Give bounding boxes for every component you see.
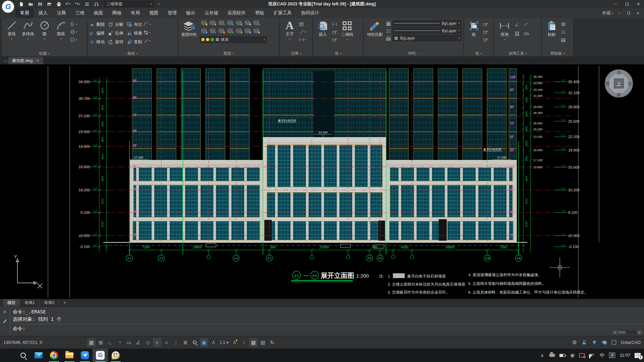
status-toggle-ortho[interactable]: ∟ (106, 338, 114, 347)
taskbar-app-paint[interactable] (108, 349, 123, 362)
save-as-icon[interactable] (46, 1, 53, 7)
status-toggle-annotation-scale[interactable]: 1:1 ▾ (219, 338, 229, 347)
status-toggle-hardware-acceleration[interactable]: ▩ (249, 338, 258, 347)
layout-tab-模型[interactable]: 模型 (3, 299, 19, 306)
taskbar-app-chrome[interactable] (46, 349, 62, 362)
modify-tool-9[interactable]: 复制 (127, 38, 142, 46)
status-toggle-grid-display[interactable]: ⊞ (97, 338, 105, 347)
group-button[interactable]: 组 (466, 19, 482, 50)
panel-label-layers[interactable]: 图层▾ (178, 50, 279, 56)
layer-unlock-icon[interactable] (211, 38, 214, 41)
taskbar-app-search[interactable] (15, 349, 31, 362)
command-edit-icon[interactable] (3, 319, 6, 323)
status-toggle-isometric-draft[interactable]: ∠ (134, 338, 143, 347)
insert-block-button[interactable]: 插入 (315, 19, 331, 50)
qr-code-button[interactable]: 二维码▾ (338, 19, 356, 50)
command-window[interactable]: ✕ 命令:_.ERASE 选择对象: 找到 1 个 命令: ◂ ▸ (0, 306, 644, 336)
status-toggle-dynamic-ucs[interactable]: ▭ (125, 338, 133, 347)
table-tool[interactable] (299, 21, 306, 27)
panel-label-clipboard[interactable]: 剪贴板▾ (542, 50, 573, 56)
layer-tool-icon-5[interactable] (235, 20, 242, 27)
layer-tool-icon-7[interactable] (253, 20, 260, 27)
notification-icon[interactable]: 1 (635, 353, 641, 358)
group-edit-tool[interactable] (483, 29, 488, 35)
color-select[interactable]: ByLayer▾ (392, 35, 462, 41)
ruler-tool[interactable] (524, 31, 532, 37)
layer-properties-button[interactable]: 图层特性 (180, 19, 198, 50)
menu-tab-9[interactable]: 管理 (163, 8, 181, 18)
modify-tool-6[interactable]: 旋转 (108, 38, 123, 46)
scroll-left-icon[interactable]: ◂ (612, 330, 618, 335)
status-toggle-quick-view[interactable]: ▣ (200, 338, 208, 347)
group-select-tool[interactable] (483, 37, 488, 43)
status-toggle-clean-screen[interactable]: ↻ (268, 338, 276, 347)
support-icon[interactable] (93, 1, 100, 7)
layer-tool-icon-11[interactable] (227, 28, 233, 35)
menu-tab-6[interactable]: 网格 (108, 8, 126, 18)
layout-tab-+[interactable]: + (59, 299, 70, 306)
status-toggle-annotation-autoscale[interactable]: Y (240, 338, 248, 347)
open-file-icon[interactable] (27, 1, 34, 7)
menu-tab-7[interactable]: 布局 (126, 8, 145, 18)
new-file-icon[interactable] (17, 1, 25, 7)
unlock-icon[interactable] (582, 340, 587, 345)
layer-tool-icon-12[interactable] (235, 28, 242, 35)
modify-tool-8[interactable]: 镜像 (127, 29, 142, 38)
workspace-select[interactable]: 二维草图▾ (104, 1, 154, 7)
menu-tab-5[interactable]: 曲面 (89, 8, 108, 18)
draw-tool-4[interactable]: 圆弧▾ (53, 19, 69, 50)
taskbar-app-dingtalk[interactable] (77, 349, 93, 362)
taskbar-app-mail[interactable] (31, 349, 46, 362)
status-toggle-selection-cycling[interactable]: ⋮ (172, 338, 180, 347)
panel-label-properties[interactable]: 特性⌐ (364, 50, 463, 56)
ime-pinyin-indicator[interactable]: 拼 (609, 353, 615, 358)
modify-tool-1[interactable]: 删除 (89, 20, 105, 29)
doc-minimize-button[interactable]: ─ (616, 10, 623, 16)
onedrive-icon[interactable] (549, 354, 555, 357)
status-toggle-annotation-visibility[interactable]: Y (230, 338, 239, 347)
point-coord-tool[interactable] (524, 21, 532, 27)
taskbar-clock[interactable]: 11:07 (620, 353, 630, 358)
menu-tab-13[interactable]: 帮助 (251, 8, 269, 18)
layer-tool-icon-13[interactable] (244, 28, 251, 35)
save-icon[interactable] (36, 1, 44, 7)
hatch-tool[interactable]: ▾ (70, 37, 77, 43)
toolbar-overflow-icon[interactable]: ▾ (158, 3, 160, 6)
layer-tool-icon-14[interactable] (253, 28, 260, 35)
fillet-tool[interactable]: ▾ (144, 21, 151, 27)
view-cube-compass[interactable]: 上 北 南 西 东 (605, 70, 633, 97)
network-globe-icon[interactable]: ⊕ (570, 352, 575, 359)
status-toggle-snap[interactable]: ▦ (87, 338, 96, 347)
point-tool[interactable]: ▾ (70, 21, 77, 27)
layer-select[interactable]: 抹灰 ▾ (200, 36, 267, 43)
document-tab-close-icon[interactable]: ✕ (36, 59, 39, 63)
screen-sync-icon[interactable] (579, 353, 585, 357)
layer-color-swatch[interactable] (215, 38, 219, 42)
drawing-canvas[interactable]: 1-1 — 1-A 展开立面图 1:200 注: 1. 象牙白色干挂石材墙面 2… (0, 64, 644, 299)
layer-tool-icon-2[interactable] (209, 20, 216, 27)
command-prompt[interactable]: 命令: (13, 324, 644, 333)
paste-button[interactable]: 粘贴 (544, 19, 559, 50)
array-tool[interactable]: ▾ (144, 29, 151, 36)
status-toggle-drawing-tabs[interactable]: ▤ (259, 338, 267, 347)
layer-tool-icon-9[interactable] (209, 28, 216, 35)
panel-label-block[interactable]: 块▾ (313, 50, 363, 56)
document-tab[interactable]: 建筑图.dwg ✕ (8, 57, 43, 64)
layer-tool-icon-6[interactable] (244, 20, 251, 27)
block-define-tool[interactable] (332, 37, 337, 43)
modify-tool-5[interactable]: 拉伸 (108, 29, 123, 38)
command-close-icon[interactable]: ✕ (3, 309, 7, 314)
donut-tool[interactable]: ▾ (70, 29, 77, 35)
cut-clip-tool[interactable] (561, 29, 566, 35)
layer-tool-icon-1[interactable] (201, 20, 207, 27)
status-toggle-object-snap[interactable]: ◇ (144, 338, 152, 347)
taskbar-app-start[interactable] (0, 349, 15, 362)
status-toggle-zoom[interactable] (191, 338, 199, 347)
menu-tab-2[interactable]: 插入 (34, 8, 52, 18)
text-tool[interactable]: A 文字▾ (282, 19, 298, 50)
layer-tool-icon-4[interactable] (227, 20, 233, 27)
status-toggle-lineweight[interactable]: ≡ (162, 338, 171, 347)
layout-tab-布局1[interactable]: 布局1 (20, 299, 39, 306)
layer-tool-icon-8[interactable] (201, 28, 207, 35)
doc-close-button[interactable]: ✕ (635, 10, 641, 16)
